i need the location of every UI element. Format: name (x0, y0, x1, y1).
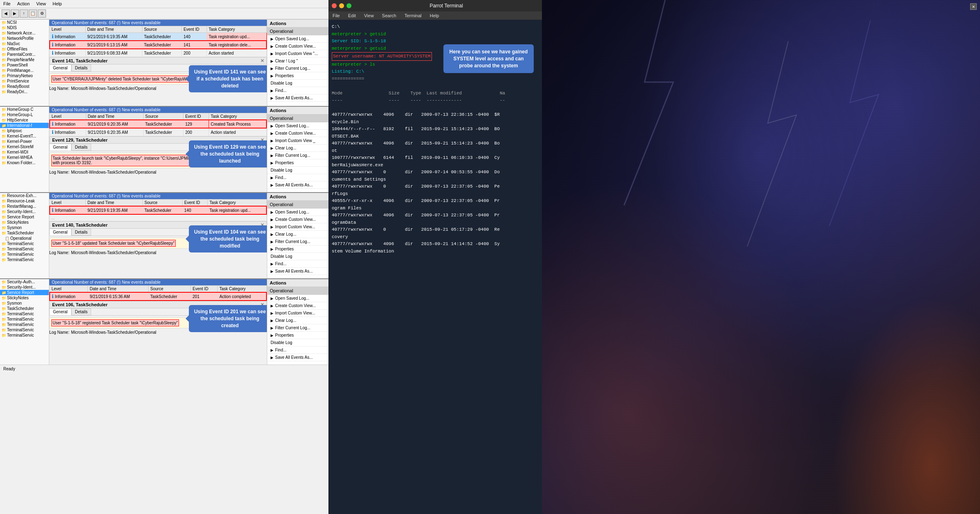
table-row[interactable]: ℹ Information 9/21/2019 6:13:15 AM TaskS… (50, 41, 266, 49)
sidebar-item-terminalservic3[interactable]: 📁TerminalServic (0, 252, 49, 257)
terminal-dot-green[interactable] (347, 3, 351, 8)
forward-btn[interactable]: ▶ (11, 9, 19, 18)
action-open-saved-3[interactable]: ▶ Open Saved Log... (267, 209, 328, 216)
action-find-3[interactable]: ▶ Find... (267, 260, 328, 268)
sidebar-item-ndis[interactable]: 📁NDIS (0, 25, 49, 30)
action-properties-1[interactable]: ▶ Properties (267, 72, 328, 80)
terminal-menu-help[interactable]: Help (428, 13, 441, 18)
action-find-2[interactable]: ▶ Find... (267, 174, 328, 181)
terminal-menu-search[interactable]: Search (380, 13, 398, 18)
action-import-custom-4[interactable]: ▶ Import Custom View... (267, 310, 328, 317)
action-disable-1[interactable]: Disable Log (267, 80, 328, 87)
sidebar-item-printmanage[interactable]: 📁PrintManage... (0, 68, 49, 73)
action-filter-2[interactable]: ▶ Filter Current Log... (267, 152, 328, 159)
action-save-all-4[interactable]: ▶ Save All Events As... (267, 354, 328, 361)
sidebar-item-terminalservic5[interactable]: 📁TerminalServic (0, 311, 49, 317)
sidebar-item-parentalcontr[interactable]: 📁ParentalContr... (0, 52, 49, 57)
sidebar-item-readyboost[interactable]: 📁ReadyBoost (0, 84, 49, 89)
sidebar-item-taskscheduler2[interactable]: 📁TaskScheduler (0, 306, 49, 311)
action-open-saved-1[interactable]: ▶ Open Saved Log... (267, 35, 328, 43)
sidebar-item-sysmon2[interactable]: 📁Sysmon (0, 301, 49, 306)
menu-file[interactable]: File (2, 1, 12, 6)
terminal-menu-edit[interactable]: Edit (347, 13, 358, 18)
sidebar-item-terminalservic1[interactable]: 📁TerminalServic (0, 241, 49, 246)
terminal-dot-yellow[interactable] (339, 3, 344, 8)
up-btn[interactable]: ↑ (20, 9, 28, 18)
action-clear-log-3[interactable]: ▶ Clear Log... (267, 231, 328, 238)
action-create-custom-4[interactable]: ▶ Create Custom View... (267, 302, 328, 310)
sidebar-item-iphipsvc[interactable]: 📁Iphipsvc (0, 128, 49, 133)
tab-details-3[interactable]: Details (71, 229, 92, 236)
table-row[interactable]: ... (50, 214, 266, 221)
tab-details-1[interactable]: Details (71, 64, 92, 71)
back-btn[interactable]: ◀ (2, 9, 10, 18)
sidebar-item-service-report[interactable]: 📁Service Report (0, 214, 49, 220)
tab-general-4[interactable]: General (49, 308, 71, 315)
sidebar-item-kernel-whea[interactable]: 📁Kernel-WHEA (0, 155, 49, 160)
action-import-custom-2[interactable]: ▶ Import Custom View _ (267, 137, 328, 145)
sidebar-item-service-report2[interactable]: 📁Service Report (0, 290, 49, 295)
sidebar-item-terminalservic2[interactable]: 📁TerminalServic (0, 246, 49, 252)
sidebar-item-known-folder[interactable]: 📁Known Folder... (0, 160, 49, 165)
action-find-4[interactable]: ▶ Find... (267, 346, 328, 354)
sidebar-item-kernel-power[interactable]: 📁Kernel-Power (0, 139, 49, 144)
action-disable-3[interactable]: Disable Log (267, 253, 328, 260)
sidebar-item-terminalservic7[interactable]: 📁TerminalServic (0, 322, 49, 327)
table-row[interactable]: ℹ Information 9/21/2019 6:20:35 AM TaskS… (50, 120, 266, 128)
tab-general-1[interactable]: General (49, 64, 71, 71)
action-clear-log-2[interactable]: ▶ Clear Log... (267, 145, 328, 152)
action-import-custom-1[interactable]: ▶ Import Custom View "... (267, 50, 328, 57)
action-properties-2[interactable]: ▶ Properties (267, 159, 328, 167)
action-properties-3[interactable]: ▶ Properties (267, 246, 328, 253)
sidebar-item-httpservice[interactable]: 📁HttpService (0, 117, 49, 123)
sidebar-item-taskscheduler[interactable]: 📁TaskScheduler (0, 230, 49, 236)
table-row[interactable]: ℹ Information 9/21/2019 6:15:36 AM TaskS… (50, 292, 266, 301)
show-hide-btn[interactable]: 📋 (29, 9, 37, 18)
sidebar-item-stickynotes[interactable]: 📁StickyNotes (0, 220, 49, 225)
sidebar-item-sysmon[interactable]: 📁Sysmon (0, 225, 49, 230)
sidebar-item-operational[interactable]: 📋Operational (0, 236, 49, 241)
action-filter-1[interactable]: ▶ Filter Current Log... (267, 65, 328, 72)
sidebar-item-stickynotes2[interactable]: 📁StickyNotes (0, 295, 49, 301)
bg-close-btn[interactable]: ✕ (970, 3, 977, 10)
sidebar-item-security-ident2[interactable]: 📁Security-Ident... (0, 285, 49, 290)
terminal-menu-file[interactable]: File (331, 13, 342, 18)
properties-btn[interactable]: ⚙ (38, 9, 46, 18)
table-row[interactable]: ℹ Information 9/21/2019 6:08:33 AM TaskS… (50, 49, 266, 57)
sidebar-item-primarynetwo[interactable]: 📁PrimaryNetwo (0, 73, 49, 78)
action-create-custom-1[interactable]: ▶ Create Custom View... (267, 43, 328, 50)
sidebar-item-networkprofile[interactable]: 📁NetworkProfile (0, 36, 49, 41)
sidebar-item-ncsi[interactable]: 📁NCSI (0, 20, 49, 25)
terminal-menu-view[interactable]: View (363, 13, 376, 18)
sidebar-item-kernel-wdi[interactable]: 📁Kernel-WDI (0, 149, 49, 155)
tab-general-3[interactable]: General (49, 229, 71, 236)
action-create-custom-3[interactable]: ▶ Create Custom View... (267, 216, 328, 223)
sidebar-item-nlasvc[interactable]: 📁NlaSvc (0, 41, 49, 46)
sidebar-item-terminalservic6[interactable]: 📁TerminalServic (0, 317, 49, 322)
sidebar-item-terminalservic9[interactable]: 📁TerminalServic (0, 333, 49, 338)
action-properties-4[interactable]: ▶ Properties (267, 332, 328, 339)
action-open-saved-2[interactable]: ▶ Open Saved Log... (267, 122, 328, 130)
action-find-1[interactable]: ▶ Find... (267, 87, 328, 94)
table-row[interactable]: ℹ Information 9/21/2019 6:19:35 AM TaskS… (50, 33, 266, 41)
action-open-saved-4[interactable]: ▶ Open Saved Log... (267, 295, 328, 302)
sidebar-item-powershell[interactable]: 📁PowerShell (0, 62, 49, 68)
action-save-all-3[interactable]: ▶ Save All Events As... (267, 268, 328, 275)
sidebar-item-offlinefiles[interactable]: 📁OfflineFiles (0, 46, 49, 52)
sidebar-item-homegroup-l[interactable]: 📁HomeGroup-L (0, 112, 49, 117)
table-row[interactable]: ℹ Information 9/21/2019 6:19:35 AM TaskS… (50, 206, 266, 214)
menu-help[interactable]: Help (51, 1, 64, 6)
sidebar-item-resource-leak[interactable]: 📁Resource-Leak (0, 198, 49, 204)
action-import-custom-3[interactable]: ▶ Import Custom View... (267, 223, 328, 231)
terminal-menu-terminal[interactable]: Terminal (403, 13, 423, 18)
sidebar-item-kernel-storem[interactable]: 📁Kernel-StoreM (0, 144, 49, 149)
close-btn-1[interactable]: ✕ (259, 58, 265, 64)
action-disable-2[interactable]: Disable Log (267, 167, 328, 174)
action-clear-log-1[interactable]: ▶ Clear ! Log " (267, 57, 328, 65)
menu-view[interactable]: View (34, 1, 48, 6)
sidebar-item-kernel-eventt[interactable]: 📁Kernel-EventT... (0, 133, 49, 139)
action-filter-3[interactable]: ▶ Filter Current Log... (267, 238, 328, 246)
tab-details-4[interactable]: Details (71, 308, 92, 315)
table-row[interactable]: ℹ Information 9/21/2019 6:20:35 AM TaskS… (50, 128, 266, 136)
terminal-dot-red[interactable] (332, 3, 337, 8)
